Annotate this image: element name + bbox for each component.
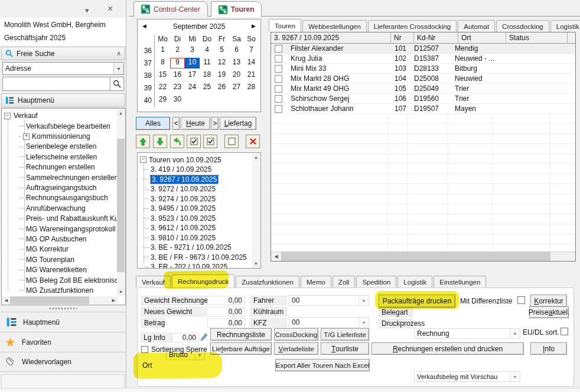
prev-day-button[interactable]: < <box>172 117 180 130</box>
tab-lieferanten-crossdocking[interactable]: Lieferanten Crossdocking <box>368 20 457 32</box>
calendar-day[interactable]: 13 <box>229 58 244 68</box>
tree-item[interactable]: Verkaufsbelege bearbeiten <box>19 121 118 131</box>
belegart-select[interactable]: Rechnung ▼ <box>414 328 520 339</box>
move-up-button[interactable] <box>136 135 150 148</box>
liefertag-button[interactable]: Liefertag <box>220 117 256 130</box>
calendar-day[interactable]: 3 <box>185 45 200 56</box>
scroll-down-icon[interactable]: ▼ <box>252 260 260 267</box>
kuehlraum-select[interactable]: 00 ▼ <box>289 317 369 328</box>
tree-item[interactable]: MG Zusatzfunktionen <box>19 285 118 295</box>
chevron-down-icon[interactable]: ▼ <box>510 372 520 381</box>
next-day-button[interactable]: > <box>211 117 219 130</box>
table-row[interactable]: Mini Mix 33 103 D28133 Bitburg <box>271 64 575 74</box>
table-row[interactable]: Schlothauer Johann 107 D19507 Mayen <box>271 104 575 114</box>
tab-logistik[interactable]: Logistik <box>550 20 580 32</box>
tab-control-center[interactable]: Control-Center <box>133 1 208 17</box>
table-row[interactable]: Mix Markt 28 OHG 104 D25008 Neuwied <box>271 74 575 84</box>
calendar-day[interactable]: 1 <box>155 45 170 56</box>
calendar-day[interactable]: 14 <box>244 58 259 68</box>
calendar-day[interactable]: 18 <box>200 70 214 81</box>
close-icon[interactable]: × <box>107 4 113 14</box>
chevron-down-icon[interactable]: ▼ <box>359 296 369 305</box>
tree-item[interactable]: +Kommissionierung <box>19 131 118 141</box>
scroll-down-icon[interactable]: ▼ <box>117 288 125 296</box>
calendar-day[interactable]: 26 <box>214 83 229 93</box>
column-header-ort[interactable]: Ort <box>458 32 506 43</box>
column-header-kdnr[interactable]: Kd-Nr <box>414 32 458 43</box>
tree-item[interactable]: Serienbelege erstellen <box>19 142 118 152</box>
export-excel-button[interactable]: Export Aller Touren Nach Excel <box>275 359 370 371</box>
tab-zoll[interactable]: Zoll <box>333 276 356 288</box>
calendar-day[interactable] <box>229 95 244 106</box>
tour-item[interactable]: 3. 9495 / 10.09.2025 <box>144 204 251 214</box>
collapse-icon[interactable]: ∧ <box>116 50 121 57</box>
calendar-day[interactable]: 12 <box>214 58 229 68</box>
chevron-down-icon[interactable]: ▼ <box>510 329 520 338</box>
preise-aktuell-button[interactable]: Preise aktuel. <box>529 306 569 318</box>
tree-item[interactable]: MG OP Ausbuchen <box>19 234 118 244</box>
scroll-right-icon[interactable]: ▶ <box>110 296 118 304</box>
sidebar-item-hauptmenu[interactable]: Hauptmenü <box>0 312 126 332</box>
tree-item[interactable]: Lieferscheine erstellen <box>19 152 118 162</box>
verladeliste-button[interactable]: Verladeliste <box>274 342 318 355</box>
calendar-day[interactable]: 8 <box>155 58 170 68</box>
tree-item[interactable]: Auftragseingangsbuch <box>19 182 118 192</box>
tree-item[interactable]: Sammelrechnungen erstellen <box>19 172 118 182</box>
column-header-status[interactable]: Status <box>506 32 568 43</box>
eu-dl-checkbox[interactable] <box>561 328 568 335</box>
calendar-day[interactable]: 24 <box>185 83 200 93</box>
calendar-day[interactable] <box>185 95 200 106</box>
calendar-day[interactable]: 19 <box>214 70 229 81</box>
row-checkbox[interactable] <box>275 105 282 113</box>
tourliste-button[interactable]: Tourliste <box>321 342 369 355</box>
tour-item-selected[interactable]: 3. 9267 / 10.09.2025 <box>144 175 251 185</box>
scroll-up-icon[interactable]: ▲ <box>252 153 260 161</box>
tree-item[interactable]: MG Korrektur <box>19 244 118 254</box>
calendar-day[interactable]: 17 <box>185 70 200 81</box>
search-input[interactable] <box>3 77 110 90</box>
calendar-next-button[interactable]: ▶ <box>252 23 256 29</box>
fahrer-select[interactable]: 00 ▼ <box>289 295 369 306</box>
tree-item[interactable]: Rechnungsausgangsbuch <box>19 193 118 203</box>
tour-item[interactable]: 3. FR - 702 / 10.09.2025 <box>144 262 251 269</box>
calendar-day[interactable]: 4 <box>200 45 214 56</box>
tour-item[interactable]: 3. 9272 / 10.09.2025 <box>144 184 251 194</box>
expand-box-icon[interactable]: + <box>23 133 30 140</box>
info-button[interactable]: Info <box>530 342 567 355</box>
tree-item[interactable]: Rechnungen erstellen <box>19 162 118 172</box>
tab-rechnungsdruck[interactable]: Rechnungsdruck <box>172 275 234 288</box>
main-menu-header[interactable]: Hauptmenü <box>1 93 125 107</box>
row-checkbox[interactable] <box>275 65 282 73</box>
table-row[interactable]: Mix Markt 49 OHG 105 D25049 Trier <box>271 84 575 94</box>
tour-item[interactable]: 3. 419 / 10.09.2025 <box>144 165 251 175</box>
rechnungen-erstellen-und-drucken-button[interactable]: Rechnungen erstellen und drucken <box>372 342 524 355</box>
scroll-up-icon[interactable]: ▲ <box>117 109 125 117</box>
refresh-button[interactable] <box>170 135 184 148</box>
calendar-day[interactable] <box>200 95 214 106</box>
alles-button[interactable]: Alles <box>136 117 170 130</box>
calendar-day[interactable]: 30 <box>170 95 185 106</box>
tours-root[interactable]: − Touren von 10.09.2025 <box>140 155 246 164</box>
tour-item[interactable]: 3. 9612 / 10.09.2025 <box>144 223 251 233</box>
calendar-day[interactable]: 11 <box>200 58 214 68</box>
scrollbar-horizontal[interactable]: ◀ ▶ <box>2 296 118 304</box>
scrollbar-thumb[interactable] <box>117 139 125 272</box>
tab-zusatzfunktionen[interactable]: Zusatzfunktionen <box>236 276 299 288</box>
tree-item-verkauf[interactable]: − Verkauf <box>4 111 110 120</box>
uncheck-all-button[interactable] <box>224 135 239 148</box>
crossdocking-button[interactable]: CrossDocking <box>274 328 318 341</box>
table-row[interactable]: Schirschow Sergej 106 D19560 Trier <box>271 94 575 104</box>
calendar-day[interactable] <box>244 95 259 106</box>
pin-icon[interactable]: ▾ <box>85 6 89 15</box>
calendar-day[interactable]: 21 <box>244 70 259 81</box>
search-category-select[interactable]: Adresse ▾ <box>2 62 124 75</box>
calendar-day[interactable]: 22 <box>155 83 170 93</box>
scrollbar-thumb[interactable] <box>281 252 550 261</box>
calendar-day[interactable]: 15 <box>155 70 170 81</box>
packauftraege-drucken-button[interactable]: Packaufträge drucken <box>379 295 455 308</box>
move-down-button[interactable] <box>153 135 167 148</box>
splitter-handle[interactable] <box>50 308 77 309</box>
calendar-day[interactable]: 2 <box>170 45 185 56</box>
row-checkbox[interactable] <box>275 55 282 63</box>
scrollbar-vertical[interactable]: ▲ ▼ <box>117 109 125 296</box>
